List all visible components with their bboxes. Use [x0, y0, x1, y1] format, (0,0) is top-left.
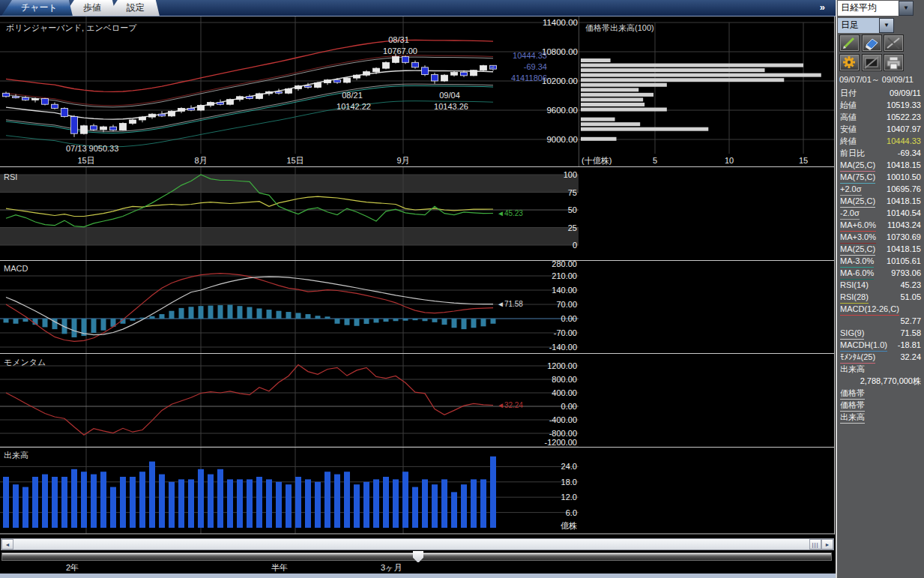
pencil-icon: [840, 35, 859, 51]
indicator-value: 09/09/11: [890, 88, 921, 100]
svg-text:6.0: 6.0: [566, 508, 577, 517]
indicator-label[interactable]: MA(75,C): [840, 172, 875, 184]
eraser-button[interactable]: [862, 34, 882, 52]
charts-canvas[interactable]: 11400.0010800.0010200.009600.009000.0015…: [0, 0, 836, 535]
indicator-label[interactable]: SIG(9): [840, 328, 864, 340]
indicator-row: 価格帯: [837, 388, 924, 400]
indicator-value: 11043.24: [887, 220, 921, 232]
range-slider-thumb[interactable]: [413, 551, 423, 563]
indicator-value: 52.77: [900, 316, 921, 328]
horizontal-scrollbar[interactable]: ◄ ||| ►: [1, 538, 834, 550]
indicator-row: RSI(28)51.05: [837, 292, 924, 304]
indicator-label[interactable]: MA(25,C): [840, 160, 875, 172]
svg-text:09/04: 09/04: [439, 91, 460, 100]
svg-text:41411806: 41411806: [511, 73, 547, 82]
indicator-value: 10010.50: [887, 172, 921, 184]
svg-text:10142.22: 10142.22: [336, 102, 371, 111]
indicator-label[interactable]: 価格帯: [840, 388, 865, 400]
scroll-left-button[interactable]: ◄: [1, 539, 13, 550]
svg-text:15日: 15日: [77, 156, 94, 165]
svg-text:◄45.23: ◄45.23: [497, 209, 523, 217]
indicator-label[interactable]: MACD(12-26,C): [840, 304, 899, 316]
svg-text:MACD: MACD: [4, 264, 28, 273]
sidebar: 日経平均 ▼ 日足 ▼: [836, 0, 924, 578]
indicator-label: 始値: [840, 100, 857, 112]
indicator-label[interactable]: +2.0σ: [840, 184, 862, 196]
period-select-value[interactable]: 日足: [838, 18, 879, 33]
svg-text:(十億株): (十億株): [582, 156, 612, 165]
indicator-row: 出来高: [837, 412, 924, 424]
indicator-value: 10418.15: [887, 244, 921, 256]
indicator-value: 10695.76: [887, 184, 921, 196]
svg-text:75: 75: [568, 188, 577, 197]
indicator-value-list: 日付09/09/11始値10519.33高値10522.23安値10407.97…: [837, 88, 924, 424]
indicator-row: ﾓﾒﾝﾀﾑ(25)32.24: [837, 352, 924, 364]
trendline-button[interactable]: [884, 34, 904, 52]
indicator-label[interactable]: MACDH(1.0): [840, 340, 887, 352]
overflow-chevron-icon[interactable]: »: [820, 1, 825, 13]
symbol-select-value[interactable]: 日経平均: [838, 1, 899, 16]
svg-text:-70.00: -70.00: [554, 328, 577, 337]
tab-chart[interactable]: チャート: [1, 0, 73, 16]
draw-pencil-button[interactable]: [839, 34, 860, 52]
svg-text:9000.00: 9000.00: [546, 135, 578, 144]
indicator-label[interactable]: MA+6.0%: [840, 220, 876, 232]
indicator-label[interactable]: MA-3.0%: [840, 256, 874, 268]
svg-text:07/13 9050.33: 07/13 9050.33: [66, 144, 118, 153]
svg-text:08/21: 08/21: [342, 91, 363, 100]
indicator-label[interactable]: -2.0σ: [840, 208, 860, 220]
scroll-right-button[interactable]: ►: [821, 539, 833, 550]
indicator-value: 9793.06: [891, 268, 921, 280]
indicator-value: 71.58: [900, 328, 921, 340]
indicator-value: 10418.15: [887, 160, 921, 172]
range-label-2y[interactable]: 2年: [66, 562, 79, 574]
indicator-value: 51.05: [900, 292, 921, 304]
svg-text:10444.33: 10444.33: [513, 51, 547, 60]
indicator-label[interactable]: MA(25,C): [840, 196, 875, 208]
settings-gear-button[interactable]: [839, 54, 860, 71]
indicator-row: 前日比-69.34: [837, 148, 924, 160]
indicator-row: 出来高: [837, 364, 924, 376]
svg-text:8月: 8月: [194, 156, 207, 165]
indicator-row: MA+3.0%10730.69: [837, 232, 924, 244]
indicator-label[interactable]: MA-6.0%: [840, 268, 874, 280]
bottom-controls: ◄ ||| ► 2年 半年 3ヶ月: [0, 535, 836, 578]
svg-text:24.0: 24.0: [561, 462, 577, 471]
chevron-down-icon[interactable]: ▼: [879, 18, 894, 33]
indicator-row: MA-3.0%10105.61: [837, 256, 924, 268]
print-button[interactable]: [884, 54, 904, 71]
svg-text:9600.00: 9600.00: [546, 106, 578, 115]
tab-bar: チャート 歩値 設定 »: [0, 0, 836, 16]
indicator-label[interactable]: MA+3.0%: [840, 232, 876, 244]
scroll-grip-button[interactable]: |||: [809, 539, 821, 550]
indicator-row: MA+6.0%11043.24: [837, 220, 924, 232]
svg-text:◄32.24: ◄32.24: [497, 401, 523, 409]
svg-text:25: 25: [568, 223, 577, 232]
indicator-value: -18.81: [898, 340, 921, 352]
indicator-label[interactable]: MA(25,C): [840, 244, 875, 256]
indicator-value: 10444.33: [887, 136, 921, 148]
svg-text:10767.00: 10767.00: [383, 46, 417, 55]
svg-text:モメンタム: モメンタム: [4, 358, 46, 367]
indicator-label[interactable]: ﾓﾒﾝﾀﾑ(25): [840, 352, 875, 364]
period-select[interactable]: 日足 ▼: [838, 18, 894, 33]
symbol-select[interactable]: 日経平均 ▼: [838, 1, 914, 16]
chart-image-button[interactable]: [862, 54, 882, 71]
indicator-row: SIG(9)71.58: [837, 328, 924, 340]
indicator-row: RSI(14)45.23: [837, 280, 924, 292]
indicator-label: 日付: [840, 88, 857, 100]
indicator-label[interactable]: 出来高: [840, 412, 865, 424]
chevron-down-icon[interactable]: ▼: [899, 1, 914, 16]
tab-settings[interactable]: 設定: [107, 0, 160, 16]
indicator-label: 高値: [840, 112, 857, 124]
range-label-6m[interactable]: 半年: [271, 562, 288, 574]
svg-text:◄: ◄: [489, 64, 495, 71]
indicator-label[interactable]: 価格帯: [840, 400, 865, 412]
indicator-row: MA(25,C)10418.15: [837, 196, 924, 208]
indicator-value: -69.34: [898, 148, 921, 160]
indicator-row: 安値10407.97: [837, 124, 924, 136]
range-label-3m[interactable]: 3ヶ月: [381, 562, 402, 574]
indicator-value: 10730.69: [887, 232, 921, 244]
bottom-strip: [0, 574, 836, 578]
indicator-label[interactable]: RSI(28): [840, 292, 869, 304]
